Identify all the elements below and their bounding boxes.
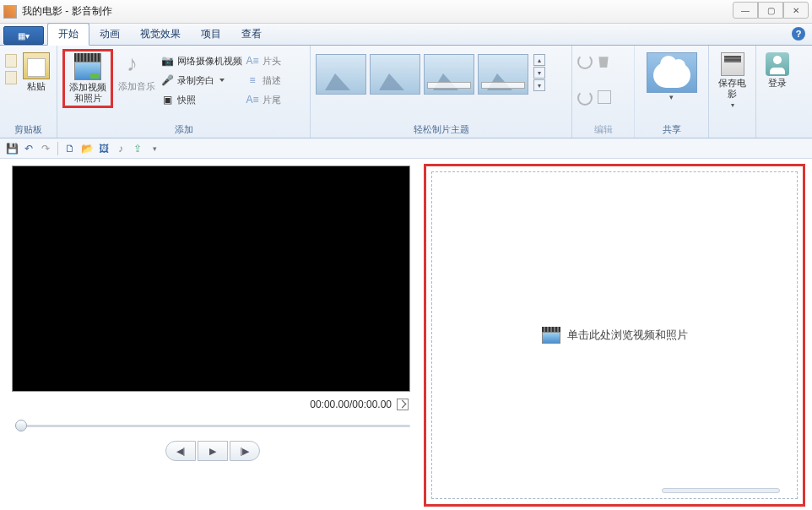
save-movie-icon (721, 52, 744, 76)
play-button[interactable]: ▶ (198, 441, 228, 461)
qat-more-icon[interactable]: ▾ (148, 142, 161, 155)
seek-slider[interactable] (15, 417, 410, 434)
file-menu-button[interactable]: ▦▾ (3, 26, 44, 45)
prev-frame-button[interactable]: ◀| (165, 441, 196, 461)
group-clipboard: 粘贴 剪贴板 (0, 46, 57, 138)
group-themes: ▴ ▾ ▾ 轻松制片主题 (311, 46, 572, 138)
rotate-left-icon[interactable] (577, 54, 593, 69)
theme-4[interactable] (478, 54, 528, 95)
login-button[interactable]: 登录 (761, 49, 793, 89)
rotate-right-icon[interactable] (577, 90, 593, 106)
paste-button[interactable]: 粘贴 (20, 49, 51, 92)
theme-2[interactable] (370, 54, 420, 95)
select-all-icon[interactable] (598, 90, 611, 104)
qat-publish-icon[interactable]: ⇪ (131, 142, 144, 155)
description-button[interactable]: ≡ 描述 (246, 72, 281, 89)
desc-icon: ≡ (246, 73, 259, 87)
quick-access-toolbar: 💾 ↶ ↷ 🗋 📂 🖼 ♪ ⇪ ▾ (0, 138, 812, 159)
save-movie-button[interactable]: 保存电影 ▾ (714, 49, 750, 109)
title-top-button[interactable]: A≡ 片头 (246, 52, 281, 69)
add-music-button[interactable]: 添加音乐 (116, 49, 157, 92)
snapshot-button[interactable]: ▣ 快照 (160, 91, 242, 108)
qat-open-icon[interactable]: 📂 (80, 142, 94, 155)
qat-undo-icon[interactable]: ↶ (22, 142, 35, 155)
ribbon-tabs: ▦▾ 开始 动画 视觉效果 项目 查看 ? (0, 24, 812, 46)
tab-start[interactable]: 开始 (47, 23, 89, 46)
dropzone-media-icon (542, 327, 560, 344)
preview-panel: 00:00.00/00:00.00 ◀| ▶ |▶ (0, 159, 422, 510)
save-movie-label: 保存电影 (714, 78, 750, 100)
add-media-label: 添加视频 和照片 (69, 82, 106, 104)
timeline-panel: 单击此处浏览视频和照片 (422, 159, 812, 510)
playback-controls: ◀| ▶ |▶ (12, 441, 414, 461)
group-label-add: 添加 (62, 122, 305, 136)
add-music-label: 添加音乐 (118, 81, 155, 92)
timecode-text: 00:00.00/00:00.00 (310, 399, 392, 410)
tab-animation[interactable]: 动画 (89, 24, 130, 45)
qat-music-icon[interactable]: ♪ (114, 142, 127, 155)
ribbon: 粘贴 剪贴板 添加视频 和照片 添加音乐 📷 网络摄像机视频 (0, 46, 812, 138)
add-video-photo-button[interactable]: 添加视频 和照片 (62, 49, 113, 108)
next-frame-button[interactable]: |▶ (230, 441, 260, 461)
title-end-icon: A≡ (246, 93, 259, 106)
fullscreen-icon[interactable] (397, 399, 409, 410)
window-title: 我的电影 - 影音制作 (22, 4, 112, 19)
tab-project[interactable]: 项目 (191, 24, 231, 45)
timeline-highlight: 单击此处浏览视频和照片 (424, 164, 805, 507)
chevron-down-icon (219, 79, 225, 82)
theme-scroll-up[interactable]: ▴ (533, 54, 545, 66)
help-icon[interactable]: ? (792, 27, 805, 41)
snapshot-icon: ▣ (160, 93, 174, 106)
share-cloud-button[interactable] (647, 52, 697, 93)
dropzone-text: 单击此处浏览视频和照片 (567, 328, 688, 343)
music-icon (123, 52, 150, 79)
theme-3[interactable] (424, 54, 474, 95)
share-dropdown[interactable]: ▾ (669, 93, 674, 101)
title-end-button[interactable]: A≡ 片尾 (246, 91, 281, 108)
group-save: 保存电影 ▾ (709, 46, 756, 138)
tab-view[interactable]: 查看 (231, 24, 272, 45)
tab-visual-effects[interactable]: 视觉效果 (130, 24, 191, 45)
group-share: ▾ 共享 (635, 46, 709, 138)
titlebar: 我的电影 - 影音制作 — ▢ ✕ (0, 0, 812, 24)
theme-scroll-down[interactable]: ▾ (533, 67, 545, 79)
paste-icon (23, 52, 50, 79)
group-label-share: 共享 (640, 122, 703, 136)
mic-icon: 🎤 (160, 73, 174, 87)
timecode-row: 00:00.00/00:00.00 (12, 392, 414, 414)
qat-addmedia-icon[interactable]: 🖼 (97, 142, 111, 155)
user-icon (766, 52, 789, 76)
webcam-icon: 📷 (160, 54, 174, 68)
group-login: 登录 (756, 46, 798, 138)
qat-new-icon[interactable]: 🗋 (63, 142, 77, 155)
maximize-button[interactable]: ▢ (758, 2, 783, 19)
delete-icon[interactable] (598, 54, 609, 68)
main-area: 00:00.00/00:00.00 ◀| ▶ |▶ 单击此处浏览视频和照片 (0, 159, 812, 510)
login-label: 登录 (768, 78, 787, 89)
title-top-icon: A≡ (246, 54, 259, 68)
theme-more-button[interactable]: ▾ (533, 79, 545, 91)
record-narration-button[interactable]: 🎤 录制旁白 (160, 72, 242, 89)
group-add: 添加视频 和照片 添加音乐 📷 网络摄像机视频 🎤 录制旁白 ▣ 快照 (57, 46, 311, 138)
group-label-edit: 编辑 (577, 122, 629, 136)
group-label-clipboard: 剪贴板 (5, 122, 51, 136)
theme-scroll: ▴ ▾ ▾ (533, 54, 545, 91)
qat-redo-icon[interactable]: ↷ (39, 142, 52, 155)
cut-icon[interactable] (5, 54, 17, 68)
group-edit: 编辑 (572, 46, 635, 138)
app-icon (3, 5, 17, 19)
close-button[interactable]: ✕ (783, 2, 809, 19)
theme-1[interactable] (316, 54, 366, 95)
paste-label: 粘贴 (27, 81, 46, 92)
copy-icon[interactable] (5, 71, 17, 84)
webcam-video-button[interactable]: 📷 网络摄像机视频 (160, 52, 242, 69)
add-media-icon (74, 53, 101, 80)
qat-save-icon[interactable]: 💾 (5, 142, 19, 155)
cloud-icon (653, 62, 690, 88)
video-preview[interactable] (12, 165, 410, 392)
seek-thumb[interactable] (15, 420, 27, 431)
browse-media-dropzone[interactable]: 单击此处浏览视频和照片 (431, 171, 798, 499)
timeline-scrollbar[interactable] (662, 488, 780, 493)
minimize-button[interactable]: — (733, 2, 758, 19)
group-label-themes: 轻松制片主题 (316, 122, 566, 136)
